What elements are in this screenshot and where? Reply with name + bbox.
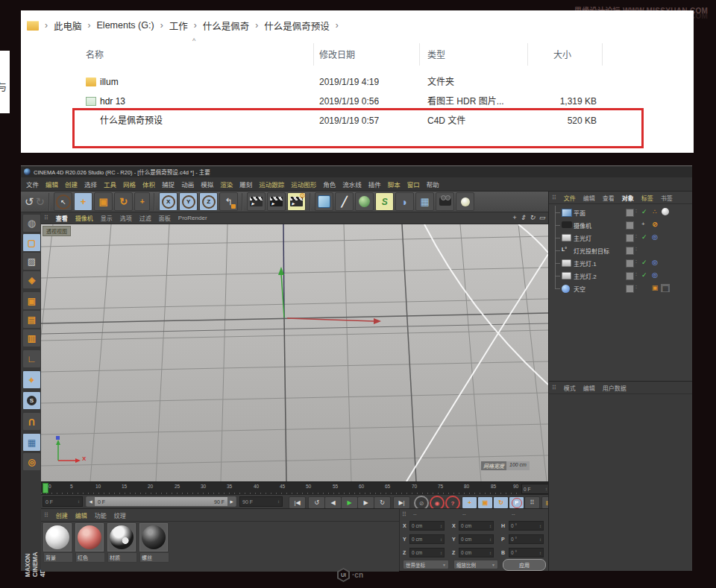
render-view-button[interactable]: ▶ [247,192,266,211]
stepper-icon[interactable]: ↕ [440,524,442,528]
key-scale-button[interactable]: ▣ [477,496,493,509]
undo-icon[interactable]: ↺ [25,195,34,209]
pan-view-icon[interactable]: + [512,214,516,221]
target-tag-icon[interactable]: ◎ [650,271,659,279]
object-row-light-1[interactable]: 主光灯.1 : ✓ ◎ [549,256,693,269]
texture-thumb-icon[interactable]: ▩ [661,284,670,292]
texture-mode-button[interactable]: ▨ [22,252,41,271]
key-parameter-button[interactable]: P [509,496,524,509]
breadcrumb-item-this-pc[interactable]: 此电脑 [54,19,82,33]
material-item[interactable]: 背景 [43,523,73,563]
column-header-date[interactable]: 修改日期 [319,48,355,60]
coord-field-rot-h[interactable]: 0 °↕ [509,521,544,531]
stepper-icon[interactable]: ↕ [78,499,80,504]
previous-frame-button[interactable]: ◀ [324,496,342,509]
menu-pipeline[interactable]: 流水线 [342,180,362,189]
stepper-icon[interactable]: ↕ [440,551,442,555]
add-cube-button[interactable] [315,192,333,211]
timeline-playhead[interactable] [43,483,48,493]
attr-menu-edit[interactable]: 编辑 [583,384,595,392]
subdivision-surface-button[interactable] [355,192,374,211]
quantize-button[interactable]: ▦ [22,433,41,452]
size-mode-dropdown[interactable]: 缩放比例▼ [453,560,498,569]
layer-toggle[interactable] [626,247,634,255]
panel-handle-icon[interactable]: ⠿ [552,195,556,201]
viewport-menu-camera[interactable]: 摄像机 [75,214,93,222]
keyframe-selection-button[interactable]: ⠿ [524,496,540,509]
range-right-arrow-icon[interactable]: ▶ [227,497,236,506]
file-row[interactable]: illum 2019/1/19 4:19 文件夹 [21,73,662,91]
visibility-dots-icon[interactable]: : [635,271,637,276]
coord-field-size-z[interactable]: 0 cm↕ [459,548,494,557]
menu-volume[interactable]: 体积 [142,180,155,189]
stepper-icon[interactable]: ↕ [539,551,541,555]
viewport-menu-filter[interactable]: 过滤 [139,214,151,222]
menu-snap[interactable]: 捕捉 [162,180,175,189]
visibility-dots-icon[interactable]: : [635,246,637,251]
menu-character[interactable]: 角色 [323,180,336,189]
move-tool-button[interactable]: + [74,192,92,211]
redo-icon[interactable]: ↻ [36,195,45,209]
coord-field-size-y[interactable]: 0 cm↕ [459,534,494,544]
snap-magnet-button[interactable]: U [22,412,41,431]
menu-mograph[interactable]: 运动图形 [291,180,316,189]
file-row[interactable]: hdr 13 2019/1/19 0:56 看图王 HDR 图片... 1,31… [21,92,662,110]
layer-toggle[interactable] [626,209,634,217]
spline-pen-button[interactable]: ╱ [335,192,354,211]
om-menu-view[interactable]: 查看 [603,194,615,202]
material-item[interactable]: 螺丝 [139,523,169,563]
target-tag-icon[interactable]: ◎ [650,258,659,267]
material-menu-function[interactable]: 功能 [95,511,107,519]
stepper-icon[interactable]: ↕ [539,524,541,528]
menu-help[interactable]: 帮助 [427,180,439,189]
menu-select[interactable]: 选择 [84,180,97,189]
target-tag-icon[interactable]: ◎ [650,233,659,241]
timeline-ruler[interactable]: 0 5 10 15 20 25 30 35 40 45 50 55 60 65 … [41,481,548,495]
material-item[interactable]: 红色 [75,523,105,563]
key-rotation-button[interactable]: ↻ [493,496,509,509]
stepper-icon[interactable]: ↕ [277,499,280,504]
stepper-icon[interactable]: ↕ [489,551,492,555]
om-menu-tags[interactable]: 标签 [641,194,653,202]
coord-field-pos-x[interactable]: 0 cm↕ [409,521,445,531]
stepper-icon[interactable]: ↕ [489,537,492,542]
column-header-size[interactable]: 大小 [553,48,571,60]
layer-toggle[interactable] [626,259,634,268]
crosshair-icon[interactable]: + [641,221,645,227]
current-frame-field[interactable]: 0 F ↕ [521,484,550,494]
goto-end-button[interactable]: ▶| [393,496,410,509]
menu-window[interactable]: 窗口 [407,180,420,189]
coordinate-space-dropdown[interactable]: 世界坐标▼ [403,560,449,569]
frame-range-slider[interactable]: ◀ 0 F 90 F ▶ [86,496,236,507]
object-row-main-light[interactable]: 主光灯 : ✓ ◎ [549,231,693,244]
visibility-dots-icon[interactable]: : [635,233,637,238]
apply-button[interactable]: 应用 [503,559,546,571]
workplane-snap-button[interactable]: ◎ [22,452,41,471]
menu-simulate[interactable]: 模拟 [201,180,213,189]
breadcrumb-item-folder[interactable]: 什么是佩奇 [203,19,250,33]
lock-z-axis-button[interactable]: Z [199,192,218,211]
layer-toggle[interactable] [626,285,634,293]
breadcrumb-item-drive[interactable]: Elements (G:) [97,20,154,31]
render-region-button[interactable]: ▶ [267,192,286,211]
coord-field-pos-z[interactable]: 0 cm↕ [409,548,445,557]
breadcrumb-item-current[interactable]: 什么是佩奇预设 [264,19,330,33]
key-position-button[interactable]: + [462,496,477,509]
end-frame-field[interactable]: 90 F ↕ [239,496,283,507]
panel-handle-icon[interactable]: ⠿ [552,385,556,391]
visibility-dots-icon[interactable]: : [635,284,637,289]
enabled-check-icon[interactable]: ✓ [641,208,647,215]
edges-mode-button[interactable]: ▤ [22,310,41,329]
material-menu-edit[interactable]: 编辑 [75,511,87,519]
stepper-icon[interactable]: ↕ [489,524,492,528]
viewport-menu-panel[interactable]: 面板 [159,214,171,222]
array-button[interactable]: ▦ [415,192,434,211]
zoom-view-icon[interactable]: ⇕ [520,214,526,221]
layer-toggle[interactable] [626,272,634,280]
breadcrumb-item-work[interactable]: 工作 [169,19,188,33]
enabled-check-icon[interactable]: ✓ [641,259,647,266]
protection-tag-icon[interactable]: ⊘ [650,220,659,229]
polygons-mode-button[interactable]: ▥ [22,329,41,347]
rotate-tool-button[interactable]: ↻ [114,192,133,211]
material-menu-texture[interactable]: 纹理 [114,511,126,519]
